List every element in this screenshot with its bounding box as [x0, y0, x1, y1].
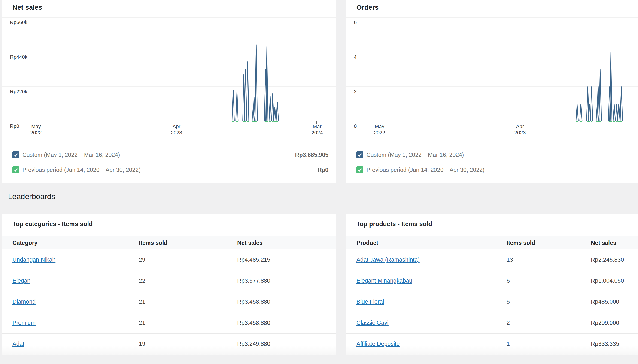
- divider: [68, 198, 634, 198]
- x-axis-label: Apr2023: [504, 123, 536, 136]
- checkmark-icon: [14, 152, 18, 157]
- y-axis-label: 2: [354, 89, 357, 95]
- items-sold-value: 29: [139, 256, 145, 263]
- product-link[interactable]: Elegant Minangkabau: [356, 277, 412, 284]
- table-row: Adat Jawa (Ramashinta) 13 Rp2.245.830: [346, 250, 638, 270]
- column-header-product: Product: [356, 239, 378, 246]
- net-sales-value: Rp4.485.215: [237, 256, 270, 263]
- y-axis-label: 6: [354, 20, 357, 26]
- previous-period-checkbox[interactable]: [356, 166, 363, 173]
- table-row: Classic Gavi 2 Rp209.000: [346, 312, 638, 334]
- top-products-title: Top products - Items sold: [356, 220, 432, 228]
- orders-card-header: Orders: [346, 0, 638, 17]
- items-sold-value: 21: [139, 319, 145, 326]
- leaderboards-heading: Leaderboards: [8, 192, 55, 201]
- table-row: Elegan 22 Rp3.577.880: [2, 270, 336, 292]
- legend-label: Custom (May 1, 2022 – Mar 16, 2024): [366, 151, 464, 158]
- table-row: Adat 19 Rp3.249.880: [2, 334, 336, 354]
- table-row: Premium 21 Rp3.458.880: [2, 312, 336, 334]
- checkmark-icon: [357, 167, 362, 172]
- product-link[interactable]: Classic Gavi: [356, 319, 388, 326]
- items-sold-value: 6: [506, 277, 510, 284]
- legend-row-previous-period[interactable]: Previous period (Jun 14, 2020 – Apr 30, …: [356, 164, 638, 176]
- orders-card: Orders 6 4 2 0 May2022 Apr2023 Custom (M…: [346, 0, 638, 183]
- legend-row-current-period[interactable]: Custom (May 1, 2022 – Mar 16, 2024) Rp3.…: [12, 149, 328, 160]
- category-link[interactable]: Diamond: [12, 298, 36, 305]
- top-categories-card: Top categories - Items sold Category Ite…: [2, 214, 336, 355]
- net-sales-value: Rp485.000: [591, 298, 619, 305]
- table-row: Blue Floral 5 Rp485.000: [346, 292, 638, 312]
- divider: [346, 142, 638, 142]
- top-products-card: Top products - Items sold Product Items …: [346, 214, 638, 355]
- legend-row-current-period[interactable]: Custom (May 1, 2022 – Mar 16, 2024): [356, 149, 638, 160]
- net-sales-card: Net sales Rp660k Rp440k Rp220k Rp0 May20…: [2, 0, 336, 183]
- y-axis-label: 0: [354, 123, 357, 129]
- net-sales-value: Rp3.577.880: [237, 277, 270, 284]
- category-link[interactable]: Adat: [12, 340, 24, 347]
- column-header-category: Category: [12, 239, 38, 246]
- items-sold-value: 13: [506, 256, 513, 263]
- table-header-row: Category Items sold Net sales: [2, 236, 336, 250]
- items-sold-value: 5: [506, 298, 510, 305]
- net-sales-value: Rp209.000: [591, 319, 619, 326]
- net-sales-title: Net sales: [12, 4, 42, 11]
- column-header-net-sales: Net sales: [237, 239, 263, 246]
- y-axis-label: 4: [354, 54, 357, 60]
- x-axis-label: May2022: [20, 123, 52, 136]
- y-axis-label: Rp0: [10, 123, 19, 129]
- y-axis-label: Rp220k: [10, 89, 28, 95]
- product-link[interactable]: Blue Floral: [356, 298, 384, 305]
- leaderboards-section-header: Leaderboards: [8, 192, 634, 204]
- orders-title: Orders: [356, 4, 378, 11]
- divider: [2, 142, 336, 142]
- net-sales-value: Rp3.249.880: [237, 340, 270, 347]
- product-link[interactable]: Adat Jawa (Ramashinta): [356, 256, 420, 263]
- category-link[interactable]: Undangan Nikah: [12, 256, 56, 263]
- legend-label: Previous period (Jun 14, 2020 – Apr 30, …: [366, 166, 484, 173]
- analytics-dashboard: { "theme": { "primary_blue": "#3b648a", …: [0, 0, 638, 364]
- net-sales-value: Rp2.245.830: [591, 256, 624, 263]
- previous-period-checkbox[interactable]: [12, 166, 20, 173]
- net-sales-value: Rp3.458.880: [237, 298, 270, 305]
- table-row: Affiliate Deposite 1 Rp333.335: [346, 334, 638, 354]
- net-sales-card-header: Net sales: [2, 0, 336, 17]
- items-sold-value: 22: [139, 277, 145, 284]
- y-axis-label: Rp440k: [10, 54, 28, 60]
- items-sold-value: 1: [506, 340, 510, 347]
- net-sales-value: Rp3.458.880: [237, 319, 270, 326]
- column-header-items-sold: Items sold: [139, 239, 168, 246]
- legend-value: Rp3.685.905: [295, 151, 328, 158]
- table-row: Diamond 21 Rp3.458.880: [2, 292, 336, 312]
- items-sold-value: 2: [506, 319, 510, 326]
- y-axis-label: Rp660k: [10, 20, 28, 26]
- x-axis-label: Apr2023: [160, 123, 193, 136]
- x-axis-label: May2022: [363, 123, 396, 136]
- current-period-checkbox[interactable]: [356, 151, 363, 158]
- product-link[interactable]: Affiliate Deposite: [356, 340, 400, 347]
- legend-value: Rp0: [318, 166, 328, 173]
- checkmark-icon: [357, 152, 362, 157]
- column-header-items-sold: Items sold: [506, 239, 535, 246]
- x-axis-label: Mar2024: [301, 123, 333, 136]
- table-row: Elegant Minangkabau 6 Rp1.004.050: [346, 270, 638, 292]
- table-row: Undangan Nikah 29 Rp4.485.215: [2, 250, 336, 270]
- items-sold-value: 21: [139, 298, 145, 305]
- legend-row-previous-period[interactable]: Previous period (Jun 14, 2020 – Apr 30, …: [12, 164, 328, 176]
- category-link[interactable]: Premium: [12, 319, 36, 326]
- category-link[interactable]: Elegan: [12, 277, 30, 284]
- legend-label: Previous period (Jun 14, 2020 – Apr 30, …: [22, 166, 140, 173]
- net-sales-value: Rp333.335: [591, 340, 619, 347]
- checkmark-icon: [14, 167, 18, 172]
- net-sales-value: Rp1.004.050: [591, 277, 624, 284]
- column-header-net-sales: Net sales: [591, 239, 616, 246]
- top-categories-title: Top categories - Items sold: [12, 220, 93, 228]
- table-header-row: Product Items sold Net sales: [346, 236, 638, 250]
- items-sold-value: 19: [139, 340, 145, 347]
- legend-label: Custom (May 1, 2022 – Mar 16, 2024): [22, 151, 120, 158]
- current-period-checkbox[interactable]: [12, 151, 20, 158]
